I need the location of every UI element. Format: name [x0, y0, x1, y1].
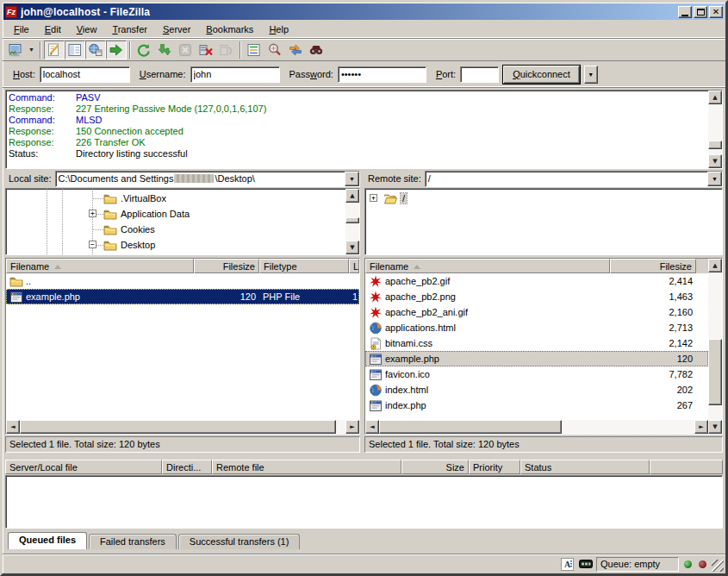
tab-successful-transfers-1-[interactable]: Successful transfers (1) — [178, 534, 301, 549]
local-list-hscrollbar-left-arrow[interactable]: ◄ — [6, 420, 20, 434]
tree-item--virtualbox[interactable]: .VirtualBox — [6, 191, 345, 206]
port-input[interactable] — [460, 66, 499, 83]
process-queue-button[interactable] — [154, 41, 175, 59]
local-file-row[interactable]: .. — [6, 273, 359, 289]
toggle-queue-button[interactable] — [106, 41, 127, 59]
remote-list-hscrollbar-left-arrow[interactable]: ◄ — [365, 420, 379, 434]
queue-column-status[interactable]: Status — [520, 460, 650, 474]
title-bar[interactable]: Fz john@localhost - FileZilla ✕ — [3, 3, 725, 20]
remote-site-combobox[interactable]: / ▼ — [425, 171, 723, 187]
log-scrollbar-track[interactable] — [708, 104, 722, 154]
remote-list-hscrollbar-track[interactable] — [379, 420, 694, 434]
menu-item-bookmarks[interactable]: Bookmarks — [198, 22, 261, 36]
queue-column-remotefile[interactable]: Remote file — [212, 460, 401, 474]
remote-file-row[interactable]: favicon.ico7,782 — [365, 366, 708, 382]
toggle-message-log-button[interactable] — [44, 41, 65, 59]
maximize-button[interactable] — [694, 6, 707, 18]
remote-list-scrollbar[interactable]: ▲▼ — [708, 259, 722, 434]
reconnect-button[interactable] — [216, 41, 237, 59]
local-tree-scrollbar-thumb[interactable] — [345, 217, 359, 223]
remote-list-hscrollbar-right-arrow[interactable]: ► — [694, 420, 708, 434]
remote-list-hscrollbar[interactable]: ◄► — [365, 420, 708, 434]
remote-file-row[interactable]: apache_pb2.gif2,414 — [365, 273, 708, 289]
tab-failed-transfers[interactable]: Failed transfers — [89, 534, 177, 549]
host-input[interactable] — [40, 66, 130, 83]
local-column-filename[interactable]: Filename — [6, 259, 194, 273]
remote-list-scrollbar-down-arrow[interactable]: ▼ — [708, 420, 722, 434]
remote-list-scrollbar-up-arrow[interactable]: ▲ — [708, 259, 722, 272]
queue-body[interactable] — [5, 475, 723, 529]
cancel-button[interactable] — [175, 41, 196, 59]
menu-item-file[interactable]: File — [6, 22, 37, 36]
password-input[interactable] — [338, 66, 426, 83]
transfer-type-icon[interactable]: A — [560, 557, 575, 571]
remote-file-row[interactable]: bitnami.css2,142 — [365, 335, 708, 351]
local-tree-scrollbar-track[interactable] — [345, 203, 359, 241]
collapse-icon[interactable]: − — [89, 241, 96, 248]
disconnect-button[interactable] — [196, 41, 216, 59]
quickconnect-dropdown-button[interactable]: ▼ — [584, 66, 598, 84]
local-file-list[interactable]: FilenameFilesizeFiletypeL ..example.php1… — [5, 258, 360, 435]
expand-icon[interactable]: + — [89, 210, 96, 217]
menu-item-transfer[interactable]: Transfer — [104, 22, 155, 36]
local-list-hscrollbar-track[interactable] — [20, 420, 345, 434]
minimize-button[interactable] — [678, 6, 692, 18]
log-scrollbar-down-arrow[interactable]: ▼ — [708, 154, 722, 168]
remote-list-hscrollbar-thumb[interactable] — [379, 420, 562, 434]
local-tree-scrollbar[interactable]: ▲▼ — [345, 189, 359, 254]
remote-site-dropdown-button[interactable]: ▼ — [707, 172, 722, 186]
tree-item-desktop[interactable]: −Desktop — [6, 237, 345, 253]
remote-file-row[interactable]: apache_pb2.png1,463 — [365, 289, 708, 304]
log-scrollbar-thumb[interactable] — [708, 141, 722, 149]
directory-comparison-button[interactable] — [264, 41, 285, 59]
log-scrollbar-up-arrow[interactable]: ▲ — [708, 91, 722, 104]
local-list-hscrollbar[interactable]: ◄► — [6, 420, 359, 434]
local-tree-scrollbar-down-arrow[interactable]: ▼ — [345, 241, 359, 254]
quickconnect-button[interactable]: Quickconnect — [503, 66, 580, 84]
tree-item-root[interactable]: +/ — [365, 191, 722, 206]
local-column-filesize[interactable]: Filesize — [194, 259, 259, 273]
remote-file-list[interactable]: FilenameFilesize apache_pb2.gif2,414apac… — [364, 258, 723, 435]
local-column-filetype[interactable]: Filetype — [259, 259, 349, 273]
speed-limit-icon[interactable] — [578, 557, 593, 571]
toggle-local-tree-button[interactable] — [65, 41, 85, 59]
tree-item-cookies[interactable]: Cookies — [6, 222, 345, 237]
remote-file-row[interactable]: apache_pb2_ani.gif2,160 — [365, 304, 708, 320]
menu-item-edit[interactable]: Edit — [37, 22, 69, 36]
menu-item-view[interactable]: View — [69, 22, 105, 36]
synchronized-browsing-button[interactable] — [285, 41, 306, 59]
site-manager-dropdown-button[interactable]: ▼ — [26, 41, 37, 59]
remote-column-filesize[interactable]: Filesize — [610, 259, 696, 273]
queue-column-serverlocalfile[interactable]: Server/Local file — [5, 460, 162, 474]
queue-column-size[interactable]: Size — [401, 460, 469, 474]
menu-item-help[interactable]: Help — [261, 22, 296, 36]
filter-button[interactable] — [244, 41, 264, 59]
queue-column-priority[interactable]: Priority — [469, 460, 520, 474]
local-site-combobox[interactable]: C:\Documents and Settings\Desktop\ ▼ — [55, 171, 360, 187]
remote-column-filename[interactable]: Filename — [365, 259, 610, 273]
remote-file-row[interactable]: index.php267 — [365, 398, 708, 413]
site-manager-button[interactable] — [5, 41, 26, 59]
local-file-row[interactable]: example.php120PHP File1 — [6, 289, 359, 304]
find-files-button[interactable] — [306, 41, 327, 59]
local-column-l[interactable]: L — [349, 259, 359, 273]
local-list-hscrollbar-thumb[interactable] — [20, 420, 336, 434]
remote-file-row[interactable]: index.html202 — [365, 382, 708, 398]
remote-list-scrollbar-thumb[interactable] — [708, 339, 722, 405]
expand-icon[interactable]: + — [370, 194, 377, 202]
log-scrollbar[interactable]: ▲▼ — [708, 91, 722, 168]
local-list-hscrollbar-right-arrow[interactable]: ► — [345, 420, 359, 434]
menu-item-server[interactable]: Server — [155, 22, 198, 36]
resize-grip[interactable] — [712, 560, 724, 572]
remote-directory-tree[interactable]: +/ — [364, 188, 723, 255]
queue-column-directi[interactable]: Directi... — [162, 460, 212, 474]
local-tree-scrollbar-up-arrow[interactable]: ▲ — [345, 189, 359, 203]
refresh-button[interactable] — [134, 41, 154, 59]
remote-file-row[interactable]: example.php120 — [365, 351, 708, 366]
local-site-dropdown-button[interactable]: ▼ — [345, 172, 359, 186]
remote-list-scrollbar-track[interactable] — [708, 272, 722, 420]
toggle-remote-tree-button[interactable] — [85, 41, 106, 59]
username-input[interactable] — [190, 66, 280, 83]
remote-file-row[interactable]: applications.html2,713 — [365, 320, 708, 335]
close-button[interactable]: ✕ — [709, 6, 723, 18]
